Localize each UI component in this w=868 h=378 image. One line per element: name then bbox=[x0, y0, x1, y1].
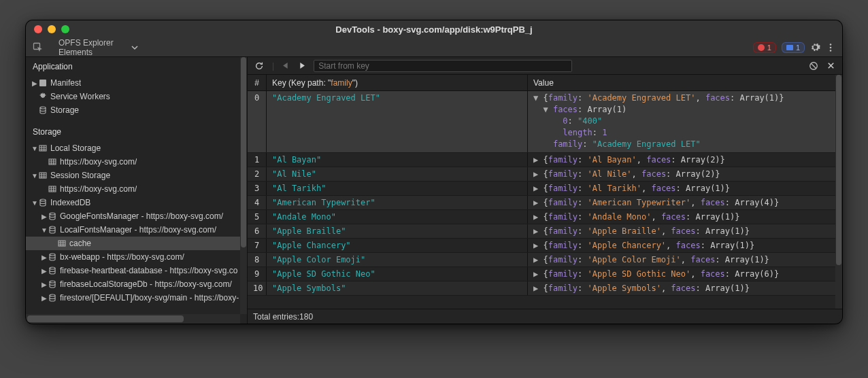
start-from-key-input[interactable] bbox=[314, 60, 572, 72]
tab-opfs-explorer[interactable]: OPFS Explorer bbox=[50, 38, 122, 48]
sidebar-item-indexeddb[interactable]: ▼IndexedDB bbox=[26, 196, 247, 209]
idb-table-header: # Key (Key path: "family") Value bbox=[248, 75, 842, 91]
idb-table-body: 0"Academy Engraved LET"▼ {family: 'Acade… bbox=[248, 91, 842, 309]
table-row[interactable]: 9"Apple SD Gothic Neo"▶ {family: 'Apple … bbox=[248, 267, 842, 281]
table-row[interactable]: 0"Academy Engraved LET"▼ {family: 'Acade… bbox=[248, 91, 842, 153]
col-header-value[interactable]: Value bbox=[528, 75, 842, 90]
prev-page-icon[interactable] bbox=[282, 62, 290, 69]
sidebar-item-idb-store[interactable]: cache bbox=[26, 237, 247, 250]
row-index: 4 bbox=[248, 196, 267, 209]
sidebar-hscrollbar[interactable] bbox=[26, 314, 240, 324]
message-count-badge[interactable]: 1 bbox=[782, 42, 805, 53]
sidebar-item-storage[interactable]: Storage bbox=[26, 103, 247, 117]
row-index: 10 bbox=[248, 281, 267, 295]
error-count-badge[interactable]: 1 bbox=[753, 42, 776, 53]
svg-rect-11 bbox=[39, 173, 46, 178]
devtools-tabs: OPFS ExplorerElementsApplicationNetworkS… bbox=[26, 38, 842, 57]
sidebar-item-idb-db[interactable]: ▶firebase-heartbeat-database - https://b… bbox=[26, 264, 247, 277]
database-icon bbox=[48, 294, 57, 302]
minimize-icon[interactable] bbox=[48, 25, 56, 33]
sidebar-item-service-workers[interactable]: Service Workers bbox=[26, 90, 247, 103]
table-row[interactable]: 6"Apple Braille"▶ {family: 'Apple Braill… bbox=[248, 224, 842, 239]
row-index: 8 bbox=[248, 253, 267, 267]
row-index: 9 bbox=[248, 267, 267, 281]
row-index: 6 bbox=[248, 224, 267, 238]
table-row[interactable]: 10"Apple Symbols"▶ {family: 'Apple Symbo… bbox=[248, 281, 842, 296]
row-value[interactable]: ▶ {family: 'Al Tarikh', faces: Array(1)} bbox=[528, 182, 842, 195]
svg-point-14 bbox=[50, 213, 55, 215]
tree-label: Service Workers bbox=[50, 92, 110, 101]
database-icon bbox=[48, 280, 57, 288]
delete-selected-icon[interactable] bbox=[827, 61, 835, 70]
clear-store-icon[interactable] bbox=[809, 61, 818, 71]
application-sidebar: Application ▶ManifestService WorkersStor… bbox=[26, 57, 248, 324]
row-value[interactable]: ▶ {family: 'Andale Mono', faces: Array(1… bbox=[528, 210, 842, 224]
table-row[interactable]: 7"Apple Chancery"▶ {family: 'Apple Chanc… bbox=[248, 239, 842, 253]
sidebar-item-idb-db[interactable]: ▶bx-webapp - https://boxy-svg.com/ bbox=[26, 250, 247, 264]
row-key: "Andale Mono" bbox=[267, 210, 528, 224]
table-row[interactable]: 4"American Typewriter"▶ {family: 'Americ… bbox=[248, 196, 842, 210]
total-entries: 180 bbox=[299, 312, 313, 322]
svg-rect-2 bbox=[786, 45, 793, 50]
col-header-index[interactable]: # bbox=[248, 75, 267, 90]
tree-label: GoogleFontsManager - https://boxy-svg.co… bbox=[60, 211, 223, 221]
sidebar-item-idb-db[interactable]: ▶GoogleFontsManager - https://boxy-svg.c… bbox=[26, 209, 247, 223]
svg-point-20 bbox=[50, 294, 55, 296]
row-value[interactable]: ▶ {family: 'Apple Color Emoji', faces: A… bbox=[528, 253, 842, 267]
table-icon bbox=[38, 171, 48, 179]
row-value[interactable]: ▶ {family: 'Al Bayan', faces: Array(2)} bbox=[528, 153, 842, 167]
settings-icon[interactable] bbox=[810, 42, 820, 52]
row-key: "Al Tarikh" bbox=[267, 182, 528, 195]
svg-point-4 bbox=[830, 46, 832, 48]
sidebar-item-idb-db[interactable]: ▶firebaseLocalStorageDb - https://boxy-s… bbox=[26, 277, 247, 291]
traffic-lights bbox=[26, 25, 69, 33]
sidebar-item-local-storage[interactable]: ▼Local Storage bbox=[26, 141, 247, 155]
svg-point-1 bbox=[758, 44, 765, 51]
svg-point-18 bbox=[50, 267, 55, 269]
row-value[interactable]: ▶ {family: 'American Typewriter', faces:… bbox=[528, 196, 842, 209]
disclosure-icon: ▶ bbox=[41, 213, 48, 220]
row-index: 7 bbox=[248, 239, 267, 252]
sidebar-item-session-storage-origin[interactable]: https://boxy-svg.com/ bbox=[26, 182, 247, 196]
kebab-menu-icon[interactable] bbox=[826, 43, 835, 52]
sidebar-item-idb-db[interactable]: ▼LocalFontsManager - https://boxy-svg.co… bbox=[26, 223, 247, 237]
sidebar-vscrollbar[interactable] bbox=[240, 57, 247, 314]
row-index: 2 bbox=[248, 167, 267, 181]
table-row[interactable]: 1"Al Bayan"▶ {family: 'Al Bayan', faces:… bbox=[248, 153, 842, 167]
more-tabs[interactable] bbox=[122, 38, 148, 56]
devtools-window: DevTools - boxy-svg.com/app/disk:w9PtrqP… bbox=[26, 20, 842, 324]
row-value[interactable]: ▶ {family: 'Apple SD Gothic Neo', faces:… bbox=[528, 267, 842, 281]
table-icon bbox=[57, 239, 67, 247]
table-row[interactable]: 5"Andale Mono"▶ {family: 'Andale Mono', … bbox=[248, 210, 842, 224]
database-icon bbox=[48, 267, 57, 275]
row-value[interactable]: ▶ {family: 'Apple Braille', faces: Array… bbox=[528, 224, 842, 238]
row-value[interactable]: ▶ {family: 'Al Nile', faces: Array(2)} bbox=[528, 167, 842, 181]
inspect-element-icon[interactable] bbox=[26, 38, 50, 56]
table-row[interactable]: 8"Apple Color Emoji"▶ {family: 'Apple Co… bbox=[248, 253, 842, 267]
row-key: "Al Nile" bbox=[267, 167, 528, 181]
row-value[interactable]: ▶ {family: 'Apple Chancery', faces: Arra… bbox=[528, 239, 842, 252]
close-icon[interactable] bbox=[34, 25, 42, 33]
row-value[interactable]: ▶ {family: 'Apple Symbols', faces: Array… bbox=[528, 281, 842, 295]
sidebar-item-local-storage-origin[interactable]: https://boxy-svg.com/ bbox=[26, 155, 247, 169]
sidebar-item-manifest[interactable]: ▶Manifest bbox=[26, 76, 247, 90]
col-header-key[interactable]: Key (Key path: "family") bbox=[267, 75, 528, 90]
row-key: "American Typewriter" bbox=[267, 196, 528, 209]
tab-elements[interactable]: Elements bbox=[50, 48, 122, 57]
tree-label: Session Storage bbox=[50, 171, 110, 180]
sidebar-section-application: Application bbox=[26, 57, 247, 76]
table-row[interactable]: 3"Al Tarikh"▶ {family: 'Al Tarikh', face… bbox=[248, 182, 842, 196]
sidebar-item-session-storage[interactable]: ▼Session Storage bbox=[26, 169, 247, 182]
tree-label: firestore/[DEFAULT]/boxy-svg/main - http… bbox=[60, 293, 239, 303]
sidebar-item-idb-db[interactable]: ▶firestore/[DEFAULT]/boxy-svg/main - htt… bbox=[26, 291, 247, 305]
svg-point-17 bbox=[50, 254, 55, 256]
row-value[interactable]: ▼ {family: 'Academy Engraved LET', faces… bbox=[528, 91, 842, 152]
disclosure-icon: ▶ bbox=[31, 80, 38, 87]
zoom-icon[interactable] bbox=[61, 25, 69, 33]
tree-label: Storage bbox=[50, 105, 79, 115]
table-vscrollbar[interactable] bbox=[835, 75, 842, 309]
refresh-icon[interactable] bbox=[254, 61, 264, 71]
table-row[interactable]: 2"Al Nile"▶ {family: 'Al Nile', faces: A… bbox=[248, 167, 842, 182]
next-page-icon[interactable] bbox=[298, 62, 305, 69]
tree-label: Local Storage bbox=[50, 143, 101, 153]
